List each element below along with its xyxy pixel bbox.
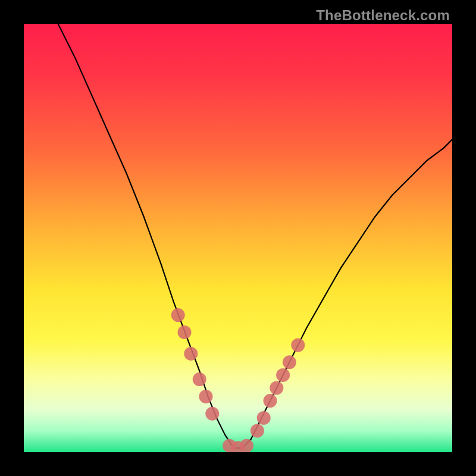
curve-marker — [276, 368, 290, 382]
watermark-text: TheBottleneck.com — [316, 7, 450, 24]
curve-marker — [257, 411, 271, 425]
curve-marker — [205, 407, 219, 421]
chart-stage: TheBottleneck.com — [0, 0, 476, 476]
curve-markers — [171, 308, 305, 452]
curve-marker — [240, 439, 253, 452]
curve-marker — [250, 424, 264, 438]
curve-marker — [193, 372, 206, 386]
curve-marker — [184, 347, 198, 361]
curve-marker — [171, 308, 185, 322]
curve-marker — [270, 381, 283, 395]
curve-marker — [283, 355, 296, 369]
curve-marker — [178, 325, 192, 339]
curve-marker — [291, 339, 305, 352]
curve-marker — [199, 390, 213, 403]
bottleneck-curve-svg — [24, 24, 452, 452]
bottleneck-curve — [58, 24, 452, 448]
curve-marker — [264, 394, 277, 408]
plot-area — [24, 24, 452, 452]
